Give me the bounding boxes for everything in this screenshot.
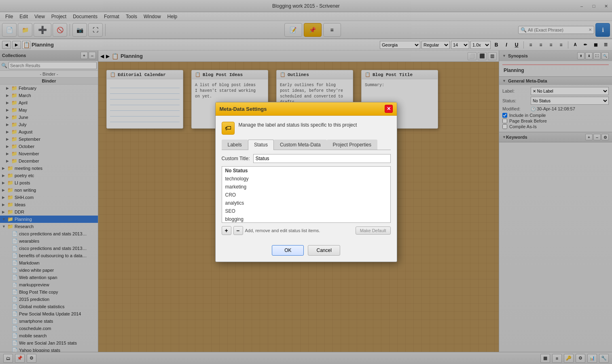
modal-tab-labels[interactable]: Labels xyxy=(222,140,248,150)
modal-tab-project-properties[interactable]: Project Properties xyxy=(327,140,377,150)
custom-title-label: Custom Title: xyxy=(222,156,250,161)
status-list-item-cro[interactable]: CRO xyxy=(222,191,390,199)
status-list-item-technology[interactable]: technology xyxy=(222,175,390,183)
modal-title-bar: Meta-Data Settings ✕ xyxy=(216,102,397,116)
modal-footer: OK Cancel xyxy=(216,241,397,262)
status-list-item-seo[interactable]: SEO xyxy=(222,207,390,215)
status-list-item-no-status[interactable]: No Status xyxy=(222,167,390,175)
modal-title: Meta-Data Settings xyxy=(220,106,267,112)
status-list-item-analytics[interactable]: analytics xyxy=(222,199,390,207)
custom-title-input[interactable] xyxy=(253,154,391,163)
modal-tab-custom-meta-data[interactable]: Custom Meta-Data xyxy=(274,140,327,150)
status-list[interactable]: No Status technology marketing CRO analy… xyxy=(222,166,391,223)
remove-status-button[interactable]: – xyxy=(233,226,243,235)
modal-tabs: Labels Status Custom Meta-Data Project P… xyxy=(222,140,391,150)
status-list-item-marketing[interactable]: marketing xyxy=(222,183,390,191)
modal-overlay: Meta-Data Settings ✕ 🏷 Manage the label … xyxy=(0,0,612,364)
custom-title-row: Custom Title: xyxy=(222,154,391,163)
modal-close-button[interactable]: ✕ xyxy=(385,105,393,113)
modal-desc-row: 🏷 Manage the label and status lists spec… xyxy=(222,122,391,135)
modal-body: 🏷 Manage the label and status lists spec… xyxy=(216,116,397,241)
modal-cancel-button[interactable]: Cancel xyxy=(308,245,340,256)
modal-desc-icon: 🏷 xyxy=(222,122,235,135)
make-default-button[interactable]: Make Default xyxy=(356,226,391,235)
status-list-item-blogging[interactable]: blogging xyxy=(222,215,390,223)
list-controls: + – Add, remove and edit status list ite… xyxy=(222,226,391,235)
modal-tab-status[interactable]: Status xyxy=(248,140,274,150)
add-status-button[interactable]: + xyxy=(222,226,231,235)
list-desc: Add, remove and edit status list items. xyxy=(245,228,354,233)
meta-data-settings-modal: Meta-Data Settings ✕ 🏷 Manage the label … xyxy=(215,102,397,262)
modal-desc-text: Manage the label and status lists specif… xyxy=(239,122,357,129)
modal-ok-button[interactable]: OK xyxy=(272,245,304,256)
